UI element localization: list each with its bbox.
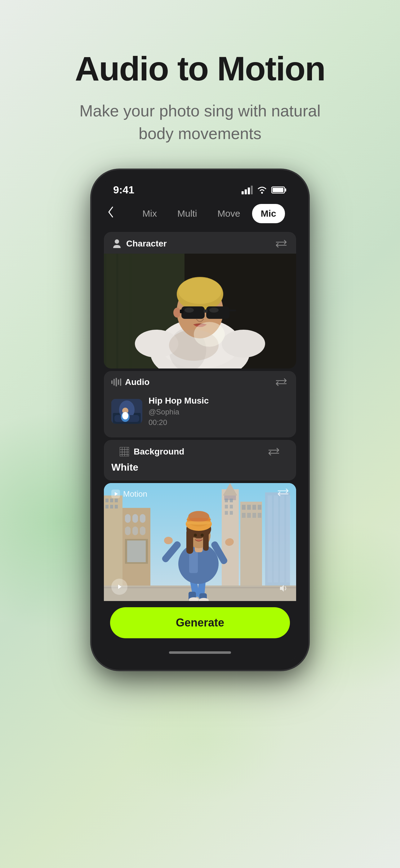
svg-rect-52 — [105, 499, 108, 502]
svg-rect-108 — [186, 529, 193, 554]
character-image[interactable] — [104, 254, 296, 369]
svg-rect-70 — [225, 499, 228, 502]
svg-point-42 — [122, 412, 128, 420]
svg-point-115 — [194, 534, 197, 537]
svg-point-35 — [194, 322, 225, 347]
audio-swap-icon[interactable] — [274, 377, 289, 387]
svg-rect-89 — [286, 495, 291, 582]
status-bar: 9:41 — [98, 176, 302, 201]
svg-point-114 — [186, 518, 211, 522]
svg-rect-13 — [116, 254, 118, 369]
sound-button[interactable] — [279, 584, 289, 595]
svg-rect-6 — [285, 188, 286, 191]
nav-bar: Mix Multi Move Mic — [98, 201, 302, 229]
motion-icon — [111, 490, 120, 498]
page-subtitle: Make your photo sing with natural body m… — [73, 100, 327, 145]
background-value: White — [111, 462, 289, 474]
audio-section: Audio — [104, 371, 296, 437]
hatch-icon — [119, 446, 130, 457]
motion-swap-icon[interactable] — [277, 488, 289, 499]
background-label: Background — [119, 446, 184, 457]
background-section: Background White — [104, 440, 296, 480]
svg-point-116 — [201, 534, 204, 537]
svg-rect-72 — [225, 505, 228, 508]
character-label: Character — [111, 238, 167, 249]
svg-rect-79 — [253, 505, 256, 510]
motion-scene — [104, 483, 296, 601]
home-indicator — [104, 648, 296, 661]
svg-rect-88 — [280, 495, 284, 582]
nav-tabs: Mix Multi Move Mic — [126, 204, 293, 223]
phone-frame: 9:41 — [92, 170, 308, 670]
background-swap-icon[interactable] — [266, 447, 281, 457]
tab-multi[interactable]: Multi — [169, 204, 206, 223]
motion-image[interactable]: Motion — [104, 483, 296, 601]
svg-rect-51 — [104, 495, 123, 589]
svg-rect-78 — [247, 505, 251, 510]
home-bar — [169, 651, 231, 654]
svg-rect-62 — [125, 527, 131, 535]
character-section: Character — [104, 232, 296, 369]
motion-label: Motion — [111, 489, 147, 499]
svg-rect-84 — [258, 513, 261, 518]
audio-thumbnail-image — [111, 399, 142, 424]
waveform-icon — [111, 378, 121, 386]
svg-point-23 — [173, 308, 181, 318]
svg-rect-66 — [127, 540, 146, 562]
status-time: 9:41 — [113, 184, 134, 196]
svg-rect-0 — [241, 191, 244, 194]
svg-rect-71 — [230, 499, 233, 502]
svg-rect-80 — [258, 505, 261, 510]
svg-rect-87 — [274, 495, 278, 582]
svg-rect-57 — [115, 505, 118, 508]
svg-rect-56 — [110, 505, 113, 508]
svg-marker-120 — [280, 585, 284, 592]
svg-rect-25 — [181, 306, 205, 319]
svg-marker-119 — [118, 585, 122, 589]
svg-rect-86 — [268, 495, 272, 582]
header-section: Audio to Motion Make your photo sing wit… — [73, 0, 327, 170]
audio-label: Audio — [111, 377, 149, 387]
svg-point-30 — [185, 308, 194, 313]
svg-rect-29 — [229, 310, 236, 311]
svg-point-33 — [222, 330, 265, 358]
svg-rect-109 — [203, 529, 209, 551]
character-photo — [104, 254, 296, 369]
svg-point-103 — [164, 537, 173, 544]
back-button[interactable] — [107, 206, 126, 221]
svg-rect-100 — [198, 551, 207, 573]
svg-rect-73 — [230, 505, 233, 508]
svg-rect-81 — [242, 513, 245, 518]
svg-rect-2 — [248, 187, 250, 194]
svg-rect-12 — [104, 254, 106, 369]
svg-rect-1 — [245, 189, 247, 194]
phone-mockup: 9:41 — [92, 170, 308, 670]
svg-point-8 — [115, 239, 119, 244]
status-icons — [241, 186, 287, 194]
battery-icon — [271, 186, 287, 194]
svg-point-31 — [209, 308, 219, 313]
svg-rect-74 — [225, 511, 228, 515]
character-swap-icon[interactable] — [274, 239, 289, 249]
page-title: Audio to Motion — [73, 50, 327, 87]
generate-button[interactable]: Generate — [110, 607, 290, 638]
svg-rect-55 — [105, 505, 108, 508]
tab-mix[interactable]: Mix — [134, 204, 166, 223]
person-icon — [111, 238, 123, 249]
play-button[interactable] — [111, 579, 128, 595]
svg-rect-43 — [120, 447, 129, 456]
svg-rect-64 — [140, 527, 145, 535]
audio-title: Hip Hop Music — [148, 396, 289, 406]
svg-point-21 — [178, 278, 222, 304]
svg-rect-75 — [230, 511, 233, 515]
tab-move[interactable]: Move — [209, 204, 249, 223]
svg-rect-53 — [110, 499, 113, 502]
svg-rect-26 — [206, 306, 229, 319]
svg-rect-59 — [125, 514, 131, 523]
audio-track-item[interactable]: Hip Hop Music @Sophia 00:20 — [104, 392, 296, 431]
svg-point-4 — [261, 192, 263, 194]
tab-mic[interactable]: Mic — [252, 204, 285, 223]
generate-section: Generate — [104, 601, 296, 648]
audio-artist: @Sophia — [148, 408, 289, 416]
svg-rect-14 — [129, 254, 132, 369]
